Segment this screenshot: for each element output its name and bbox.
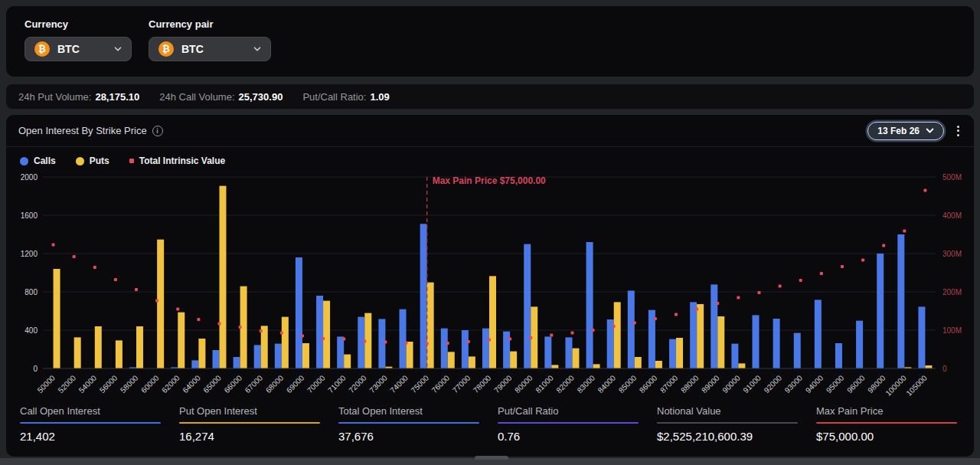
- call-bar[interactable]: [234, 357, 240, 368]
- legend-item-calls[interactable]: Calls: [20, 156, 56, 166]
- put-bar[interactable]: [738, 363, 745, 368]
- tiv-point[interactable]: [882, 244, 885, 247]
- call-bar[interactable]: [856, 321, 863, 368]
- call-bar[interactable]: [794, 333, 801, 368]
- call-bar[interactable]: [565, 337, 572, 368]
- put-bar[interactable]: [74, 337, 81, 368]
- currency-dropdown[interactable]: ₿ BTC: [24, 37, 132, 61]
- call-bar[interactable]: [524, 244, 531, 368]
- call-bar[interactable]: [420, 224, 427, 368]
- put-bar[interactable]: [551, 365, 558, 368]
- call-bar[interactable]: [296, 257, 302, 368]
- tiv-point[interactable]: [322, 337, 325, 340]
- call-bar[interactable]: [482, 329, 489, 368]
- tiv-point[interactable]: [135, 288, 138, 291]
- tiv-point[interactable]: [426, 342, 429, 345]
- tiv-point[interactable]: [758, 291, 761, 294]
- expiry-date-dropdown[interactable]: 13 Feb 26: [867, 122, 944, 140]
- call-bar[interactable]: [690, 302, 697, 368]
- put-bar[interactable]: [635, 357, 642, 368]
- tiv-point[interactable]: [197, 318, 200, 321]
- put-bar[interactable]: [427, 283, 434, 368]
- call-bar[interactable]: [503, 332, 510, 368]
- tiv-point[interactable]: [488, 339, 491, 342]
- tiv-point[interactable]: [716, 302, 719, 305]
- tiv-point[interactable]: [654, 317, 657, 320]
- tiv-point[interactable]: [592, 329, 595, 332]
- call-bar[interactable]: [378, 319, 385, 368]
- tiv-point[interactable]: [467, 340, 470, 343]
- tiv-point[interactable]: [155, 300, 158, 303]
- call-bar[interactable]: [710, 284, 717, 368]
- put-bar[interactable]: [489, 276, 496, 368]
- tiv-point[interactable]: [446, 342, 449, 345]
- tiv-point[interactable]: [73, 255, 76, 258]
- put-bar[interactable]: [572, 349, 579, 368]
- put-bar[interactable]: [136, 326, 143, 368]
- tiv-point[interactable]: [799, 279, 802, 282]
- put-bar[interactable]: [54, 269, 60, 368]
- put-bar[interactable]: [469, 356, 475, 368]
- put-bar[interactable]: [198, 339, 205, 368]
- put-bar[interactable]: [614, 302, 621, 368]
- currency-pair-dropdown[interactable]: ₿ BTC: [149, 37, 271, 61]
- tiv-point[interactable]: [260, 329, 263, 332]
- tiv-point[interactable]: [923, 189, 926, 192]
- put-bar[interactable]: [593, 364, 600, 368]
- legend-item-puts[interactable]: Puts: [76, 156, 109, 166]
- put-bar[interactable]: [116, 340, 122, 368]
- put-bar[interactable]: [407, 342, 413, 368]
- tiv-point[interactable]: [612, 325, 616, 328]
- tiv-point[interactable]: [633, 322, 636, 325]
- more-options-icon[interactable]: [955, 123, 962, 139]
- put-bar[interactable]: [282, 317, 289, 368]
- tiv-point[interactable]: [384, 341, 387, 344]
- tiv-point[interactable]: [217, 323, 220, 326]
- tiv-point[interactable]: [280, 332, 283, 335]
- call-bar[interactable]: [400, 309, 407, 368]
- put-bar[interactable]: [697, 304, 704, 368]
- tiv-point[interactable]: [405, 342, 408, 345]
- open-interest-chart[interactable]: 04008001200160020000100M200M300M400M500M…: [12, 171, 968, 402]
- put-bar[interactable]: [655, 361, 662, 368]
- put-bar[interactable]: [676, 338, 683, 368]
- call-bar[interactable]: [254, 345, 261, 368]
- call-bar[interactable]: [462, 330, 469, 368]
- tiv-point[interactable]: [342, 338, 345, 341]
- tiv-point[interactable]: [861, 259, 864, 262]
- call-bar[interactable]: [275, 344, 282, 368]
- put-bar[interactable]: [717, 316, 724, 368]
- tiv-point[interactable]: [779, 285, 782, 288]
- tiv-point[interactable]: [675, 313, 678, 316]
- tiv-point[interactable]: [239, 326, 242, 329]
- tiv-point[interactable]: [93, 266, 96, 269]
- tiv-point[interactable]: [114, 278, 117, 281]
- put-bar[interactable]: [510, 352, 517, 368]
- chart-area[interactable]: 04008001200160020000100M200M300M400M500M…: [6, 171, 974, 402]
- put-bar[interactable]: [344, 355, 351, 368]
- tiv-point[interactable]: [301, 335, 304, 338]
- info-icon[interactable]: i: [152, 126, 163, 136]
- call-bar[interactable]: [731, 344, 738, 368]
- call-bar[interactable]: [815, 300, 822, 368]
- tiv-point[interactable]: [363, 340, 366, 343]
- call-bar[interactable]: [628, 290, 635, 368]
- put-bar[interactable]: [95, 326, 102, 368]
- call-bar[interactable]: [773, 319, 780, 368]
- put-bar[interactable]: [219, 186, 226, 368]
- tiv-point[interactable]: [841, 265, 844, 268]
- call-bar[interactable]: [835, 343, 842, 368]
- tiv-point[interactable]: [508, 338, 511, 341]
- tiv-point[interactable]: [176, 308, 179, 311]
- call-bar[interactable]: [544, 336, 551, 368]
- tiv-point[interactable]: [737, 296, 740, 300]
- tiv-point[interactable]: [820, 272, 823, 275]
- tiv-point[interactable]: [52, 244, 55, 247]
- call-bar[interactable]: [316, 296, 323, 368]
- call-bar[interactable]: [212, 350, 219, 368]
- tiv-point[interactable]: [529, 336, 532, 339]
- call-bar[interactable]: [191, 360, 198, 368]
- put-bar[interactable]: [302, 343, 309, 368]
- call-bar[interactable]: [337, 336, 344, 368]
- call-bar[interactable]: [877, 254, 884, 368]
